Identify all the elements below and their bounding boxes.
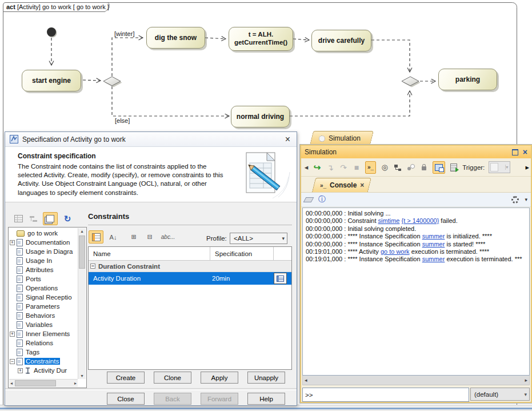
scroll-left-icon[interactable]: ◂ — [305, 377, 307, 383]
apply-button[interactable]: Apply — [201, 372, 238, 384]
hierarchy-icon[interactable] — [393, 162, 402, 173]
scroll-up-icon[interactable]: ▴ — [79, 228, 84, 234]
log-link[interactable]: go to work — [381, 248, 410, 255]
tree-item-usage-in-diagra[interactable]: Usage in Diagra — [10, 247, 78, 256]
action-node-normal-driving[interactable]: normal driving — [231, 106, 290, 127]
scroll-left-icon[interactable]: ◂ — [9, 380, 14, 386]
run-icon[interactable]: ↪ — [313, 162, 322, 173]
expander-icon[interactable]: + — [10, 332, 15, 337]
expander-icon[interactable]: + — [18, 368, 23, 373]
back-button[interactable]: Back — [154, 393, 191, 405]
stop-icon[interactable]: ■ — [352, 162, 361, 173]
lock-icon[interactable] — [419, 162, 429, 173]
open-windows-button[interactable] — [433, 161, 445, 174]
info-icon[interactable]: ⓘ — [318, 194, 326, 205]
breakpoints-glyph — [407, 164, 415, 170]
tree-item-parameters[interactable]: Parameters — [10, 302, 78, 311]
tree-item-signal-receptio[interactable]: Signal Receptio — [10, 293, 78, 302]
tree-item-inner-elements[interactable]: +Inner Elements — [10, 329, 78, 338]
forward-button[interactable]: Forward — [201, 393, 238, 405]
collapse-left-icon[interactable]: ◂ — [304, 162, 309, 173]
console-input[interactable]: >> — [302, 388, 469, 402]
expand-all-button[interactable]: ⊞ — [126, 230, 141, 244]
constraints-grid-button[interactable] — [89, 230, 103, 244]
tree-item-operations[interactable]: Operations — [10, 284, 78, 293]
action-node-parking[interactable]: parking — [438, 69, 497, 90]
abc-button[interactable]: abc... — [161, 230, 175, 244]
spec-view-table-button[interactable] — [11, 212, 26, 225]
scrollbar-thumb[interactable] — [79, 236, 85, 269]
close-icon[interactable]: × — [523, 148, 527, 156]
log-link[interactable]: summer — [422, 233, 445, 240]
tree-item-usage-in[interactable]: Usage In — [10, 256, 78, 265]
tree-horizontal-scrollbar[interactable]: ◂ ▸ — [9, 379, 78, 387]
edit-specification-button[interactable] — [274, 273, 287, 284]
doc-icon — [17, 321, 23, 329]
profile-dropdown[interactable]: <ALL> ▾ — [230, 233, 287, 244]
log-link[interactable]: {t > 1400000} — [402, 217, 439, 224]
console-toggle-button[interactable]: »_ — [365, 161, 376, 174]
action-node-start-engine[interactable]: start engine — [22, 70, 81, 91]
restore-window-icon[interactable] — [512, 149, 518, 155]
table-row-activity-duration[interactable]: Activity Duration 20min — [89, 272, 291, 285]
tree-item-behaviors[interactable]: Behaviors — [10, 311, 78, 320]
close-icon[interactable]: × — [283, 135, 292, 144]
tree-item-ports[interactable]: Ports — [10, 274, 78, 284]
expander-icon[interactable]: + — [10, 240, 15, 245]
server-run-icon[interactable] — [449, 162, 458, 173]
step-over-icon[interactable]: ↷ — [339, 162, 348, 173]
log-link[interactable]: simtime — [378, 217, 400, 224]
unapply-button[interactable]: Unapply — [247, 372, 285, 384]
console-horizontal-scrollbar[interactable]: ◂ ▸ — [302, 376, 530, 385]
collapse-all-button[interactable]: ⊟ — [142, 230, 157, 244]
spec-view-tree-button[interactable] — [26, 212, 41, 225]
column-header-specification[interactable]: Specification — [210, 247, 274, 260]
create-button[interactable]: Create — [107, 372, 145, 384]
tree-item-go-to-work[interactable]: go to work — [10, 229, 78, 238]
log-link[interactable]: summer — [422, 241, 445, 248]
tree-item-tags[interactable]: Tags — [10, 348, 78, 357]
tree-vertical-scrollbar[interactable]: ▴ ▾ — [78, 228, 86, 379]
tree-item-attributes[interactable]: Attributes — [10, 265, 78, 274]
spec-view-properties-button[interactable] — [43, 212, 58, 225]
help-button[interactable]: Help — [247, 393, 285, 405]
close-button[interactable]: Close — [107, 393, 145, 405]
expander-icon[interactable]: − — [10, 359, 15, 364]
tab-console[interactable]: »_ Console × — [312, 178, 371, 192]
action-node-dig-the-snow[interactable]: dig the snow — [146, 27, 205, 49]
gear-menu-chevron-icon[interactable]: ▾ — [525, 197, 527, 202]
console-output[interactable]: 00:00:00,000 : Initial solving ...00:00:… — [302, 208, 530, 376]
action-node-drive-carefully[interactable]: drive carefully — [311, 30, 371, 51]
tree-item-documentation[interactable]: +Documentation — [10, 238, 78, 247]
close-tab-icon[interactable]: × — [360, 181, 364, 189]
tree-item-constraints[interactable]: −Constraints — [10, 357, 78, 366]
gear-icon[interactable] — [511, 196, 519, 203]
scroll-right-icon[interactable]: ▸ — [525, 377, 527, 383]
sort-button[interactable]: A↓ — [106, 230, 121, 244]
log-link[interactable]: summer — [422, 256, 445, 262]
initial-node[interactable] — [47, 27, 56, 37]
action-node-get-current-time[interactable]: t = ALH.getCurrentTime() — [229, 27, 293, 51]
scroll-down-icon[interactable]: ▾ — [79, 373, 84, 379]
simulation-titlebar[interactable]: Simulation × — [301, 146, 531, 158]
tab-simulation[interactable]: Simulation — [310, 131, 374, 145]
clone-button[interactable]: Clone — [154, 372, 191, 384]
simulation-options-icon[interactable]: ◎ — [380, 162, 389, 173]
context-dropdown[interactable]: (default) ▾ — [470, 388, 530, 401]
clear-console-icon[interactable] — [303, 197, 314, 202]
refresh-button[interactable]: ↻ — [60, 212, 75, 225]
column-header-name[interactable]: Name — [89, 247, 210, 260]
tree-item-relations[interactable]: Relations — [10, 338, 78, 348]
trigger-dropdown[interactable]: ▾ — [489, 161, 510, 173]
expand-right-icon[interactable]: ▸ — [525, 163, 529, 171]
diagram-frame-label: act [Activity] go to work [ go to work ] — [6, 3, 109, 10]
group-row-duration-constraint[interactable]: − Duration Constraint — [89, 261, 291, 272]
scrollbar-thumb[interactable] — [15, 380, 56, 386]
dialog-titlebar[interactable]: Specification of Activity go to work × — [5, 132, 297, 147]
collapse-group-icon[interactable]: − — [90, 264, 95, 269]
step-into-icon[interactable]: ↴ — [326, 162, 335, 173]
scroll-right-icon[interactable]: ▸ — [73, 380, 78, 386]
tree-item-activity-dur[interactable]: +Activity Dur — [10, 366, 78, 375]
tree-item-variables[interactable]: Variables — [10, 320, 78, 329]
breakpoints-icon[interactable] — [406, 162, 415, 173]
